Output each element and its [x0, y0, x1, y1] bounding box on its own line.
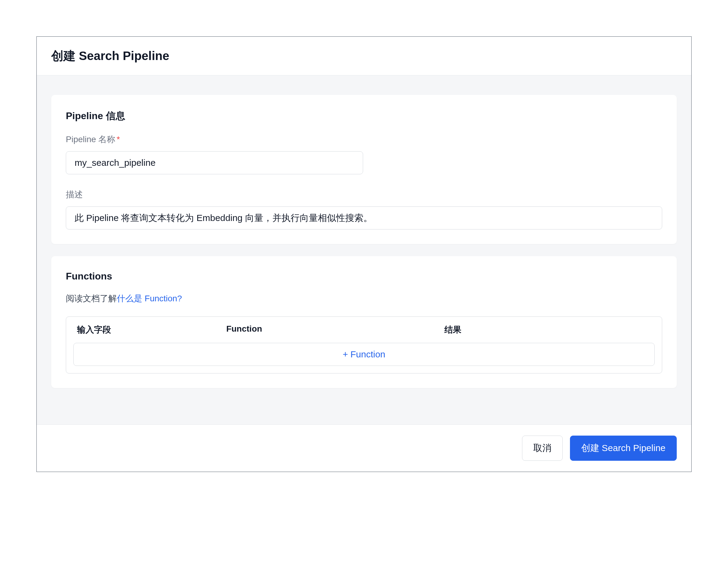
pipeline-info-card: Pipeline 信息 Pipeline 名称 * 描述 [51, 95, 677, 244]
dialog-body: Pipeline 信息 Pipeline 名称 * 描述 Functions 阅… [37, 75, 691, 424]
pipeline-info-title: Pipeline 信息 [66, 110, 662, 123]
functions-help-prefix: 阅读文档了解 [66, 294, 117, 303]
pipeline-name-label-text: Pipeline 名称 [66, 134, 115, 145]
col-function-header: Function [226, 324, 444, 336]
pipeline-name-input[interactable] [66, 151, 363, 174]
pipeline-desc-field: 描述 [66, 189, 662, 229]
what-is-function-link[interactable]: 什么是 Function? [117, 294, 182, 303]
functions-table: 输入字段 Function 结果 +Function [66, 316, 662, 373]
create-pipeline-dialog: 创建 Search Pipeline Pipeline 信息 Pipeline … [37, 37, 691, 472]
pipeline-desc-label: 描述 [66, 189, 662, 200]
functions-table-header: 输入字段 Function 结果 [66, 317, 662, 343]
cancel-button[interactable]: 取消 [522, 436, 563, 461]
add-function-label: Function [350, 349, 385, 359]
pipeline-name-field: Pipeline 名称 * [66, 134, 662, 174]
plus-icon: + [343, 349, 348, 359]
pipeline-name-label: Pipeline 名称 * [66, 134, 662, 145]
col-result-header: 结果 [444, 324, 651, 336]
functions-card: Functions 阅读文档了解什么是 Function? 输入字段 Funct… [51, 256, 677, 388]
dialog-footer: 取消 创建 Search Pipeline [37, 424, 691, 472]
required-mark-icon: * [117, 135, 120, 144]
add-function-button[interactable]: +Function [73, 343, 655, 366]
functions-title: Functions [66, 271, 662, 282]
pipeline-desc-input[interactable] [66, 206, 662, 229]
create-pipeline-button[interactable]: 创建 Search Pipeline [570, 436, 677, 461]
functions-help-text: 阅读文档了解什么是 Function? [66, 293, 662, 304]
col-input-header: 输入字段 [77, 324, 226, 336]
dialog-header: 创建 Search Pipeline [37, 37, 691, 75]
dialog-title: 创建 Search Pipeline [51, 48, 677, 64]
